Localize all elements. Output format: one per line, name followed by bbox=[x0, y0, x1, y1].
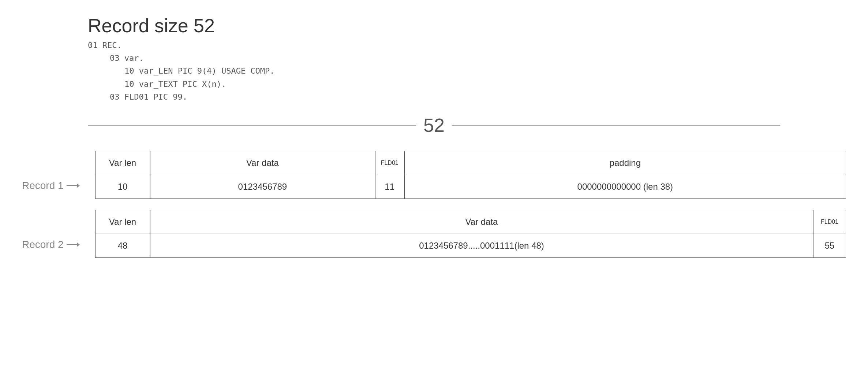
record1-arrow-icon bbox=[67, 182, 80, 189]
record2-tables: Var len Var data FLD01 48 0123456789....… bbox=[95, 210, 846, 258]
r1-data-vardata: 0123456789 bbox=[150, 175, 375, 199]
record2-arrow-icon bbox=[67, 241, 80, 248]
r1-data-padding: 0000000000000 (len 38) bbox=[404, 175, 846, 199]
record1-data-row: 10 0123456789 11 0000000000000 (len 38) bbox=[95, 175, 846, 199]
size-section: 52 bbox=[88, 114, 780, 136]
r1-header-varlen: Var len bbox=[95, 151, 150, 175]
record2-label-area: Record 2 bbox=[22, 210, 95, 258]
r2-data-varlen: 48 bbox=[95, 234, 150, 258]
code-line-4: 03 FLD01 PIC 99. bbox=[110, 90, 846, 103]
r2-header-vardata: Var data bbox=[150, 210, 813, 234]
r1-header-fld01: FLD01 bbox=[375, 151, 404, 175]
r2-header-fld01: FLD01 bbox=[813, 210, 846, 234]
record2-data-row: 48 0123456789.....0001111(len 48) 55 bbox=[95, 234, 846, 258]
record1-header-row: Var len Var data FLD01 padding bbox=[95, 151, 846, 175]
size-number: 52 bbox=[416, 114, 452, 136]
record1-label: Record 1 bbox=[22, 180, 95, 192]
r1-header-padding: padding bbox=[404, 151, 846, 175]
code-line-3b: 10 var_TEXT PIC X(n). bbox=[124, 78, 846, 90]
code-line-3a: 10 var_LEN PIC 9(4) USAGE COMP. bbox=[124, 64, 846, 77]
r1-data-fld01: 11 bbox=[375, 175, 404, 199]
code-block: 01 REC. 03 var. 10 var_LEN PIC 9(4) USAG… bbox=[88, 39, 846, 103]
r2-data-vardata: 0123456789.....0001111(len 48) bbox=[150, 234, 813, 258]
svg-marker-1 bbox=[77, 183, 80, 188]
r2-header-varlen: Var len bbox=[95, 210, 150, 234]
r2-data-fld01: 55 bbox=[813, 234, 846, 258]
record1-label-area: Record 1 bbox=[22, 151, 95, 199]
record2-label: Record 2 bbox=[22, 239, 95, 250]
record1-tables: Var len Var data FLD01 padding 10 012345… bbox=[95, 151, 846, 199]
record2-header-row: Var len Var data FLD01 bbox=[95, 210, 846, 234]
code-line-2: 03 var. bbox=[110, 52, 846, 64]
code-line-1: 01 REC. bbox=[88, 39, 846, 52]
svg-marker-3 bbox=[77, 242, 80, 247]
r1-data-varlen: 10 bbox=[95, 175, 150, 199]
record2-pair: Record 2 Var len Var data FLD01 48 01234… bbox=[22, 210, 846, 258]
page-title: Record size 52 bbox=[88, 15, 846, 37]
r1-header-vardata: Var data bbox=[150, 151, 375, 175]
record1-pair: Record 1 Var len Var data FLD01 padding … bbox=[22, 151, 846, 199]
